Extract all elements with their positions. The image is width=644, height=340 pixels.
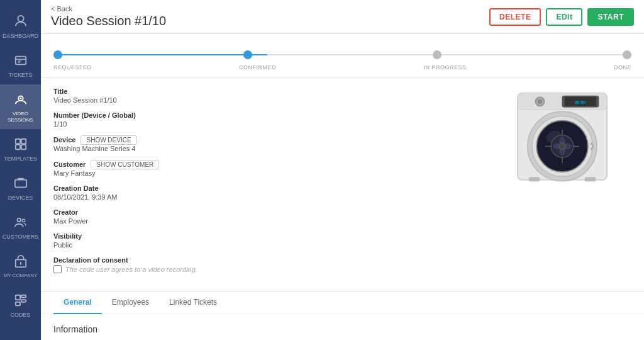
step-requested (53, 50, 62, 59)
svg-rect-1 (15, 57, 26, 65)
field-title: Title Video Session #1/10 (53, 88, 480, 104)
svg-rect-5 (21, 139, 25, 144)
step-done (623, 50, 631, 59)
devices-icon (12, 174, 30, 192)
step-label-confirmed: CONFIRMED (239, 64, 276, 71)
svg-rect-15 (21, 300, 25, 302)
sidebar-item-video-sessions[interactable]: VIDEO SESSIONS (0, 84, 41, 129)
svg-rect-14 (21, 295, 25, 298)
step-label-in-progress: IN PROGRESS (423, 64, 466, 71)
sidebar-item-label: DEVICES (8, 195, 33, 201)
customers-icon (12, 213, 30, 231)
start-button[interactable]: START (587, 8, 634, 26)
svg-point-33 (559, 143, 566, 150)
consent-checkbox-label: The code user agrees to a video recordin… (65, 266, 197, 273)
info-section-title: Information (53, 324, 631, 334)
svg-point-10 (22, 219, 25, 222)
step-dot-confirmed (243, 50, 252, 59)
sidebar-item-label: TICKETS (8, 72, 32, 78)
sidebar-item-label: DASHBOARD (3, 33, 38, 39)
washing-machine-svg: 00:00 (506, 88, 619, 188)
tab-employees[interactable]: Employees (102, 292, 159, 314)
header-actions: DELETE EDIt START (489, 8, 634, 26)
templates-icon (12, 135, 30, 153)
field-device: Device SHOW DEVICE Washing Machine Serie… (53, 135, 480, 152)
tabs-section: General Employees Linked Tickets (41, 291, 644, 314)
show-customer-button[interactable]: SHOW CUSTOMER (91, 160, 159, 169)
sidebar-item-label: MY COMPANY (4, 273, 38, 279)
info-section: Information Record video session Yes No … (41, 314, 644, 340)
sidebar-item-label: VIDEO SESSIONS (3, 111, 38, 123)
tabs: General Employees Linked Tickets (53, 292, 631, 314)
sidebar-item-customers[interactable]: CUSTOMERS (0, 207, 41, 246)
edit-button[interactable]: EDIt (546, 8, 582, 26)
svg-rect-35 (585, 177, 596, 181)
field-creator: Creator Max Power (53, 208, 480, 225)
device-image: 00:00 (493, 88, 631, 281)
page-title: Video Session #1/10 (51, 14, 166, 28)
my-company-icon (12, 252, 30, 270)
sidebar: DASHBOARD TICKETS VIDEO SESSIONS TEMPLAT… (0, 0, 41, 340)
step-dot-in-progress (433, 50, 441, 59)
show-device-button[interactable]: SHOW DEVICE (80, 135, 136, 145)
step-label-requested: REQUESTED (53, 64, 92, 71)
delete-button[interactable]: DELETE (489, 8, 541, 26)
tab-linked-tickets[interactable]: Linked Tickets (159, 292, 227, 314)
sidebar-item-devices[interactable]: DEVICES (0, 168, 41, 207)
tickets-icon (12, 52, 30, 69)
svg-rect-7 (21, 145, 25, 149)
tab-general[interactable]: General (53, 292, 102, 314)
sidebar-item-codes[interactable]: CODES (0, 285, 41, 324)
sidebar-item-dashboard[interactable]: DASHBOARD (0, 6, 41, 45)
svg-point-3 (19, 98, 21, 99)
svg-point-0 (18, 16, 23, 21)
sidebar-item-tickets[interactable]: TICKETS (0, 45, 41, 84)
page-header: < Back Video Session #1/10 DELETE EDIt S… (41, 0, 644, 34)
details-section: Title Video Session #1/10 Number (Device… (41, 77, 644, 291)
sidebar-item-label: TEMPLATES (4, 156, 37, 162)
step-in-progress (433, 50, 441, 59)
sidebar-item-label: CODES (10, 312, 30, 318)
sidebar-item-label: CUSTOMERS (3, 234, 38, 240)
progress-section: REQUESTED CONFIRMED IN PROGRESS DONE (41, 34, 644, 77)
svg-rect-13 (15, 295, 19, 300)
field-number: Number (Device / Global) 1/10 (53, 111, 480, 128)
svg-rect-4 (15, 139, 19, 144)
svg-rect-34 (529, 177, 540, 181)
svg-rect-8 (14, 180, 26, 188)
field-consent: Declaration of consent The code user agr… (53, 256, 480, 273)
svg-rect-16 (15, 302, 19, 306)
field-visibility: Visibility Public (53, 232, 480, 249)
svg-rect-6 (15, 145, 19, 149)
step-confirmed (243, 50, 252, 59)
step-dot-requested (53, 50, 62, 59)
svg-point-9 (17, 218, 21, 222)
content-area: Title Video Session #1/10 Number (Device… (41, 77, 644, 340)
field-customer: Customer SHOW CUSTOMER Mary Fantasy (53, 160, 480, 177)
step-dot-done (623, 50, 631, 59)
main-content: < Back Video Session #1/10 DELETE EDIt S… (41, 0, 644, 340)
svg-point-23 (538, 99, 542, 104)
step-label-done: DONE (614, 64, 631, 71)
field-creation-date: Creation Date 08/10/2021, 9:39 AM (53, 184, 480, 201)
svg-text:00:00: 00:00 (575, 100, 586, 105)
codes-icon (12, 292, 30, 309)
back-link[interactable]: < Back (51, 5, 166, 13)
consent-checkbox[interactable] (53, 265, 62, 273)
sidebar-item-my-company[interactable]: MY COMPANY (0, 246, 41, 285)
dashboard-icon (12, 13, 30, 30)
sidebar-item-templates[interactable]: TEMPLATES (0, 129, 41, 168)
video-sessions-icon (12, 91, 30, 108)
